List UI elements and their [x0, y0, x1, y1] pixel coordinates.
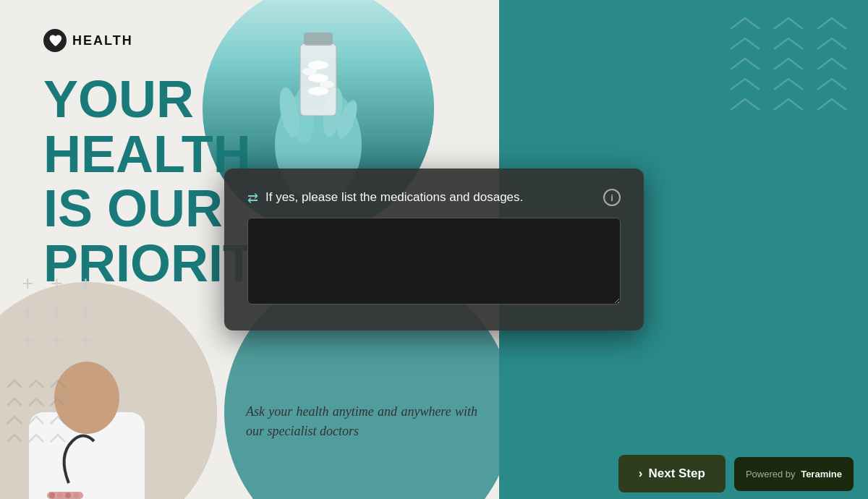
bottom-bar: › Next Step Powered by Teramine: [499, 448, 868, 499]
svg-point-20: [65, 492, 71, 498]
logo-text: HEALTH: [72, 33, 133, 48]
plus-decoration: + + + + + + + + +: [22, 269, 98, 354]
modal-question-row: ⇄ If yes, please list the medications an…: [247, 189, 621, 206]
medications-textarea[interactable]: [247, 218, 621, 304]
powered-by: Powered by Teramine: [734, 457, 854, 491]
powered-by-prefix: Powered by: [746, 469, 796, 479]
next-step-label: Next Step: [648, 466, 705, 481]
heartbeat-icon: [48, 33, 62, 48]
lines-icon: ⇄: [247, 190, 258, 206]
tagline-text: Ask your health anytime and anywhere wit…: [246, 402, 477, 441]
svg-point-10: [302, 68, 317, 75]
svg-point-19: [57, 492, 63, 498]
svg-point-21: [73, 492, 79, 498]
logo: HEALTH: [43, 29, 133, 52]
next-arrow: ›: [639, 466, 643, 481]
svg-rect-6: [304, 33, 333, 46]
info-icon[interactable]: i: [603, 189, 621, 206]
bottom-left-chevrons: [0, 373, 87, 463]
medications-modal: ⇄ If yes, please list the medications an…: [224, 169, 644, 330]
right-chevron-pattern: [709, 14, 854, 198]
question-label: If yes, please list the medications and …: [265, 189, 523, 206]
svg-point-11: [320, 81, 334, 88]
ask-text-block: Ask your health anytime and anywhere wit…: [246, 402, 477, 441]
next-step-button[interactable]: › Next Step: [618, 455, 726, 492]
powered-by-brand: Teramine: [801, 469, 842, 479]
logo-icon: [43, 29, 67, 52]
modal-question-text: ⇄ If yes, please list the medications an…: [247, 189, 595, 206]
svg-point-18: [49, 492, 55, 498]
